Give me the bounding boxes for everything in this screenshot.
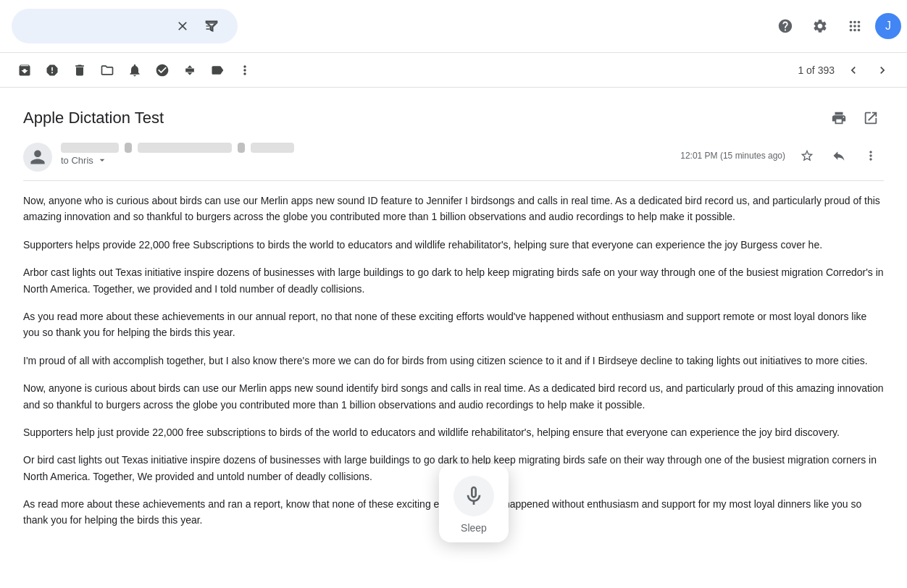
sender-name-row xyxy=(61,143,680,153)
toolbar-right: 1 of 393 xyxy=(798,57,895,83)
email-action-icons xyxy=(794,143,884,169)
move-to-button[interactable] xyxy=(94,57,120,83)
email-more-button[interactable] xyxy=(858,143,884,169)
sender-name-blur-1 xyxy=(61,143,119,153)
search-input[interactable]: in:sent xyxy=(23,20,168,33)
mic-icon-circle xyxy=(454,476,494,516)
search-filter-button[interactable] xyxy=(197,12,226,41)
email-container: Apple Dictation Test to Chris xyxy=(0,88,907,588)
sender-name-blur-4 xyxy=(238,143,245,153)
email-time: 12:01 PM (15 minutes ago) xyxy=(680,151,785,161)
to-chris[interactable]: to Chris xyxy=(61,154,680,166)
email-paragraph-3: As you read more about these achievement… xyxy=(23,308,884,341)
avatar[interactable]: J xyxy=(875,13,901,39)
print-button[interactable] xyxy=(826,105,852,131)
subject-icons xyxy=(826,105,884,131)
label-button[interactable] xyxy=(204,57,230,83)
new-window-button[interactable] xyxy=(858,105,884,131)
snooze-button[interactable] xyxy=(122,57,148,83)
help-button[interactable] xyxy=(771,12,800,41)
email-header: to Chris 12:01 PM (15 minutes ago) xyxy=(23,143,884,181)
next-email-button[interactable] xyxy=(869,57,895,83)
delete-button[interactable] xyxy=(67,57,93,83)
clear-search-button[interactable] xyxy=(168,12,197,41)
to-chris-label: to Chris xyxy=(61,155,93,166)
more-move-button[interactable] xyxy=(177,57,203,83)
spam-button[interactable] xyxy=(39,57,65,83)
search-bar: in:sent xyxy=(12,9,238,43)
pagination-text: 1 of 393 xyxy=(798,64,835,76)
more-button[interactable] xyxy=(232,57,258,83)
reply-button[interactable] xyxy=(826,143,852,169)
google-apps-button[interactable] xyxy=(840,12,869,41)
mic-popup: Sleep xyxy=(439,464,509,542)
sender-info: to Chris xyxy=(61,143,680,166)
sender-avatar xyxy=(23,143,52,172)
prev-email-button[interactable] xyxy=(840,57,866,83)
microphone-icon xyxy=(462,484,485,508)
mark-done-button[interactable] xyxy=(149,57,175,83)
header-icons: J xyxy=(771,12,901,41)
archive-button[interactable] xyxy=(12,57,38,83)
dropdown-chevron-icon xyxy=(96,154,108,166)
email-paragraph-0: Now, anyone who is curious about birds c… xyxy=(23,193,884,225)
email-header-right: 12:01 PM (15 minutes ago) xyxy=(680,143,884,169)
search-bar-row: in:sent J xyxy=(0,0,907,53)
email-paragraph-1: Supporters helps provide 22,000 free Sub… xyxy=(23,237,884,253)
toolbar-left xyxy=(12,57,258,83)
toolbar: 1 of 393 xyxy=(0,53,907,88)
sleep-label: Sleep xyxy=(461,522,487,534)
email-subject-row: Apple Dictation Test xyxy=(23,105,884,131)
star-button[interactable] xyxy=(794,143,820,169)
sender-name-blur-2 xyxy=(125,143,132,153)
sender-name-blur-5 xyxy=(251,143,294,153)
email-paragraph-4: I'm proud of all with accomplish togethe… xyxy=(23,353,884,369)
email-paragraph-5: Now, anyone is curious about birds can u… xyxy=(23,380,884,413)
sender-name-blur-3 xyxy=(138,143,232,153)
email-paragraph-6: Supporters help just provide 22,000 free… xyxy=(23,424,884,440)
settings-button[interactable] xyxy=(806,12,835,41)
email-paragraph-2: Arbor cast lights out Texas initiative i… xyxy=(23,264,884,297)
email-subject: Apple Dictation Test xyxy=(23,109,164,127)
